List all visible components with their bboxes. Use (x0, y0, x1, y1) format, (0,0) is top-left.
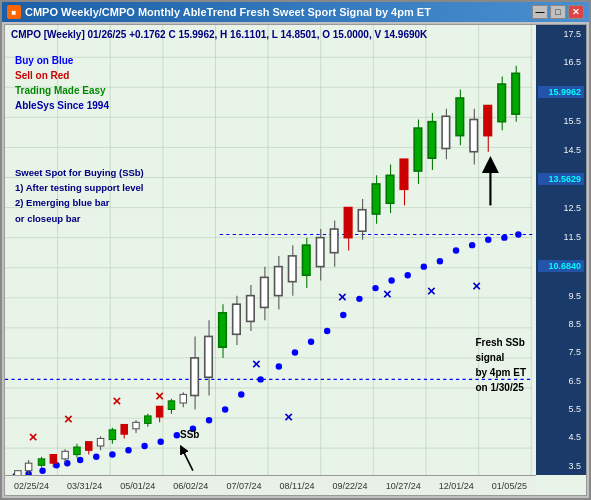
y-label-165: 16.5 (538, 57, 584, 67)
y-label-85: 8.5 (538, 319, 584, 329)
y-label-125: 12.5 (538, 203, 584, 213)
ssb-point3: or closeup bar (15, 211, 144, 226)
legend-able: AbleSys Since 1994 (15, 98, 109, 113)
x-label-5: 07/07/24 (226, 481, 261, 491)
y-label-145: 14.5 (538, 145, 584, 155)
svg-point-49 (340, 312, 346, 318)
svg-rect-108 (233, 304, 241, 334)
svg-text:×: × (252, 355, 261, 372)
svg-rect-114 (275, 267, 283, 296)
legend-box: Buy on Blue Sell on Red Trading Made Eas… (15, 53, 109, 113)
svg-point-59 (501, 234, 507, 240)
y-label-155: 15.5 (538, 116, 584, 126)
svg-rect-134 (414, 128, 422, 171)
svg-rect-148 (512, 73, 520, 114)
ssb-arrow-label: SSb (180, 429, 199, 440)
svg-point-41 (206, 417, 212, 423)
svg-point-33 (77, 457, 83, 463)
y-label-135: 13.5629 (538, 173, 584, 185)
y-label-75: 7.5 (538, 347, 584, 357)
svg-point-47 (308, 339, 314, 345)
main-window: ■ CMPO Weekly/CMPO Monthly AbleTrend Fre… (0, 0, 591, 500)
svg-text:×: × (383, 285, 392, 302)
svg-text:×: × (338, 288, 347, 305)
svg-rect-76 (38, 459, 44, 465)
svg-rect-74 (25, 463, 31, 471)
x-axis: 02/25/24 03/31/24 05/01/24 06/02/24 07/0… (5, 475, 536, 495)
svg-rect-90 (121, 424, 127, 434)
svg-rect-142 (470, 120, 478, 152)
svg-rect-110 (247, 296, 255, 322)
y-label-175: 17.5 (538, 29, 584, 39)
fresh-ssb-line1: Fresh SSb (475, 335, 526, 350)
svg-rect-84 (86, 442, 92, 451)
svg-point-37 (141, 443, 147, 449)
close-button[interactable]: ✕ (568, 5, 584, 19)
app-icon: ■ (7, 5, 21, 19)
title-bar: ■ CMPO Weekly/CMPO Monthly AbleTrend Fre… (2, 2, 589, 22)
svg-rect-96 (156, 406, 162, 417)
svg-rect-136 (428, 122, 436, 159)
svg-rect-82 (74, 447, 80, 455)
svg-rect-104 (205, 336, 213, 377)
title-left: ■ CMPO Weekly/CMPO Monthly AbleTrend Fre… (7, 5, 431, 19)
svg-text:×: × (112, 392, 121, 409)
y-label-65: 6.5 (538, 376, 584, 386)
svg-text:×: × (155, 387, 164, 404)
svg-rect-106 (219, 313, 227, 347)
svg-text:×: × (29, 428, 38, 445)
window-title: CMPO Weekly/CMPO Monthly AbleTrend Fresh… (25, 6, 431, 18)
svg-point-44 (257, 376, 263, 382)
legend-sell: Sell on Red (15, 68, 109, 83)
svg-point-30 (39, 467, 45, 473)
svg-rect-124 (344, 208, 352, 238)
chart-area: × × × × × × × × × × (4, 24, 587, 496)
ssb-point1: 1) After testing support level (15, 180, 144, 195)
svg-rect-126 (358, 210, 366, 231)
x-label-10: 01/05/25 (492, 481, 527, 491)
svg-point-42 (222, 406, 228, 412)
svg-rect-132 (400, 159, 408, 189)
svg-rect-88 (109, 430, 115, 440)
svg-point-46 (292, 349, 298, 355)
svg-point-36 (125, 447, 131, 453)
svg-point-57 (469, 242, 475, 248)
y-label-price: 15.9962 (538, 86, 584, 98)
svg-point-53 (405, 272, 411, 278)
svg-point-60 (515, 231, 521, 237)
svg-point-58 (485, 237, 491, 243)
chart-header-text: CMPO [Weekly] 01/26/25 +0.1762 C 15.9962… (11, 29, 427, 40)
svg-rect-118 (302, 245, 310, 275)
svg-point-54 (421, 263, 427, 269)
svg-text:×: × (284, 408, 293, 425)
y-label-55: 5.5 (538, 404, 584, 414)
svg-rect-80 (62, 451, 68, 459)
svg-rect-144 (484, 106, 492, 136)
fresh-ssb-line4: on 1/30/25 (475, 380, 526, 395)
svg-rect-128 (372, 184, 380, 214)
svg-point-50 (356, 296, 362, 302)
y-label-95: 9.5 (538, 291, 584, 301)
svg-point-56 (453, 247, 459, 253)
ssb-title: Sweet Spot for Buying (SSb) (15, 165, 144, 180)
y-label-106: 10.6840 (538, 260, 584, 272)
x-label-4: 06/02/24 (173, 481, 208, 491)
svg-point-35 (109, 451, 115, 457)
maximize-button[interactable]: □ (550, 5, 566, 19)
svg-rect-102 (191, 358, 199, 396)
x-label-1: 02/25/24 (14, 481, 49, 491)
legend-buy: Buy on Blue (15, 53, 109, 68)
minimize-button[interactable]: — (532, 5, 548, 19)
svg-rect-86 (97, 438, 103, 446)
svg-text:×: × (472, 277, 481, 294)
svg-rect-146 (498, 84, 506, 122)
svg-rect-140 (456, 98, 464, 136)
x-label-7: 09/22/24 (333, 481, 368, 491)
svg-rect-78 (50, 455, 56, 464)
x-label-9: 12/01/24 (439, 481, 474, 491)
y-label-35: 3.5 (538, 461, 584, 471)
x-label-3: 05/01/24 (120, 481, 155, 491)
x-label-2: 03/31/24 (67, 481, 102, 491)
ssb-point2: 2) Emerging blue bar (15, 195, 144, 210)
svg-point-45 (276, 363, 282, 369)
